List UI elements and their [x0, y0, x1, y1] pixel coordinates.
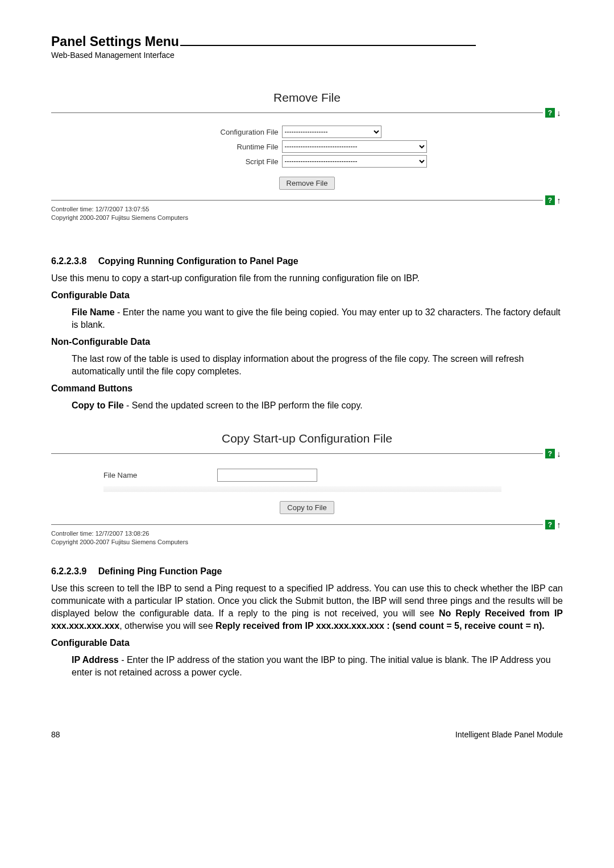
cfg-data-head-639: Configurable Data — [51, 638, 563, 648]
help-icon[interactable]: ? — [545, 449, 555, 458]
section-639-bold2: Reply received from IP xxx.xxx.xxx.xxx :… — [215, 621, 545, 631]
noncfg-text-638: The last row of the table is used to dis… — [72, 353, 563, 378]
remove-file-button[interactable]: Remove File — [279, 177, 335, 190]
header-rule — [180, 45, 476, 46]
section-638-title: Copying Running Configuration to Panel P… — [98, 256, 298, 266]
ip-address-label: IP Address — [72, 655, 119, 665]
divider — [51, 112, 543, 113]
runtime-file-label: Runtime File — [188, 143, 282, 151]
section-638-intro: Use this menu to copy a start-up configu… — [51, 272, 563, 285]
copyright-line-2: Copyright 2000-2007 Fujitsu Siemens Comp… — [51, 538, 563, 546]
copyright-line: Copyright 2000-2007 Fujitsu Siemens Comp… — [51, 214, 563, 222]
ip-address-text: - Enter the IP address of the station yo… — [72, 655, 551, 677]
copy-startup-title: Copy Start-up Configuration File — [51, 432, 563, 445]
section-639-header: 6.2.2.3.9 Defining Ping Function Page — [51, 566, 563, 577]
arrow-down-icon[interactable]: ↓ — [555, 449, 563, 458]
script-file-select[interactable]: -------------------------------- — [282, 155, 427, 168]
copy-to-file-label: Copy to File — [72, 400, 124, 410]
section-639-intro: Use this screen to tell the IBP to send … — [51, 582, 563, 632]
runtime-file-select[interactable]: -------------------------------- — [282, 140, 427, 153]
file-name-text: - Enter the name you want to give the fi… — [72, 307, 561, 329]
divider — [51, 453, 543, 454]
file-name-desc: File Name - Enter the name you want to g… — [72, 306, 563, 331]
section-639-mid: , otherwise you will see — [119, 621, 215, 631]
copy-file-name-input[interactable] — [217, 469, 317, 482]
arrow-down-icon[interactable]: ↓ — [555, 108, 563, 118]
controller-time: Controller time: 12/7/2007 13:07:55 — [51, 205, 563, 214]
script-file-label: Script File — [188, 157, 282, 166]
help-icon[interactable]: ? — [545, 520, 555, 529]
file-name-label: File Name — [72, 307, 115, 317]
copy-startup-panel: Copy Start-up Configuration File ? ↓ Fil… — [51, 432, 563, 546]
copy-to-file-text: - Send the updated screen to the IBP per… — [124, 400, 363, 410]
section-639-title: Defining Ping Function Page — [98, 566, 222, 576]
divider — [51, 524, 543, 525]
help-icon[interactable]: ? — [545, 195, 555, 205]
cfg-data-head-638: Configurable Data — [51, 290, 563, 301]
copy-to-file-button[interactable]: Copy to File — [280, 501, 334, 514]
remove-file-panel: Remove File ? ↓ Configuration File -----… — [51, 91, 563, 222]
help-icon[interactable]: ? — [545, 108, 555, 118]
ip-address-desc: IP Address - Enter the IP address of the… — [72, 654, 563, 679]
copy-file-name-label: File Name — [103, 471, 217, 479]
footer-right: Intelligent Blade Panel Module — [455, 730, 563, 739]
controller-time-2: Controller time: 12/7/2007 13:08:26 — [51, 529, 563, 538]
divider — [51, 200, 543, 201]
section-639-number: 6.2.2.3.9 — [51, 566, 86, 576]
arrow-up-icon[interactable]: ↑ — [555, 195, 563, 205]
page-footer: 88 Intelligent Blade Panel Module — [51, 730, 563, 739]
page-header: Panel Settings Menu Web-Based Management… — [51, 34, 563, 60]
arrow-up-icon[interactable]: ↑ — [555, 520, 563, 529]
copy-to-file-desc: Copy to File - Send the updated screen t… — [72, 399, 563, 412]
remove-file-title: Remove File — [51, 91, 563, 105]
config-file-label: Configuration File — [188, 128, 282, 136]
panel-shade — [103, 486, 501, 492]
header-subtitle: Web-Based Management Interface — [51, 51, 563, 60]
page-number: 88 — [51, 730, 60, 739]
header-title: Panel Settings Menu — [51, 34, 179, 49]
config-file-select[interactable]: ------------------- — [282, 126, 381, 138]
section-638-number: 6.2.2.3.8 — [51, 256, 86, 266]
section-638-header: 6.2.2.3.8 Copying Running Configuration … — [51, 256, 563, 266]
cmd-head-638: Command Buttons — [51, 383, 563, 394]
noncfg-head-638: Non-Configurable Data — [51, 337, 563, 347]
